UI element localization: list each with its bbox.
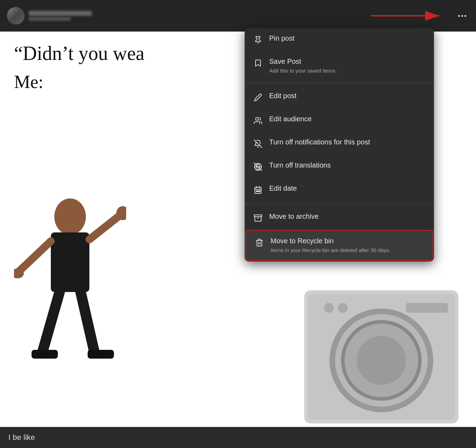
archive-icon bbox=[253, 213, 263, 223]
pencil-icon bbox=[253, 93, 263, 102]
menu-item-edit-post[interactable]: Edit post bbox=[245, 86, 434, 109]
menu-text-content: Move to archive bbox=[269, 212, 319, 220]
menu-item-pin-post[interactable]: Pin post bbox=[245, 28, 434, 51]
header-text bbox=[29, 11, 92, 21]
svg-line-22 bbox=[254, 140, 262, 148]
header-left bbox=[7, 7, 92, 25]
menu-text-content: Edit date bbox=[269, 184, 297, 192]
menu-divider bbox=[245, 203, 434, 203]
menu-item-turn-off-notifications[interactable]: Turn off notifications for this post bbox=[245, 132, 434, 155]
menu-label: Edit date bbox=[269, 184, 297, 192]
svg-rect-11 bbox=[88, 350, 114, 359]
svg-point-2 bbox=[54, 198, 86, 235]
menu-label: Edit post bbox=[269, 92, 297, 100]
svg-point-17 bbox=[324, 303, 334, 313]
pin-icon bbox=[253, 35, 263, 45]
bottom-text: I be like bbox=[8, 433, 35, 442]
menu-label: Edit audience bbox=[269, 115, 312, 123]
svg-line-8 bbox=[42, 292, 60, 353]
menu-divider bbox=[245, 82, 434, 82]
menu-text-content: Save PostAdd this to your saved items. bbox=[269, 57, 337, 74]
svg-rect-19 bbox=[406, 303, 448, 313]
bell-off-icon bbox=[253, 139, 263, 149]
bottom-bar: I be like bbox=[0, 427, 476, 448]
menu-text-content: Pin post bbox=[269, 34, 294, 42]
red-arrow-icon bbox=[371, 9, 448, 23]
avatar bbox=[7, 7, 25, 25]
svg-point-21 bbox=[256, 117, 258, 120]
svg-rect-30 bbox=[256, 191, 257, 192]
header-bar bbox=[0, 0, 476, 32]
header-right bbox=[371, 9, 469, 23]
more-options-button[interactable] bbox=[455, 9, 469, 23]
globe-off-icon bbox=[253, 162, 263, 172]
person-figure bbox=[14, 196, 126, 406]
menu-text-content: Edit post bbox=[269, 92, 297, 100]
menu-divider bbox=[245, 84, 434, 84]
svg-rect-31 bbox=[258, 191, 259, 192]
menu-label: Turn off translations bbox=[269, 161, 331, 169]
svg-point-16 bbox=[357, 336, 406, 385]
svg-rect-9 bbox=[32, 350, 58, 359]
dot3 bbox=[464, 15, 466, 17]
menu-label: Pin post bbox=[269, 34, 294, 42]
svg-rect-32 bbox=[259, 191, 260, 192]
menu-label: Move to archive bbox=[269, 212, 319, 220]
menu-item-move-to-recycle[interactable]: Move to Recycle binItems in your Recycle… bbox=[245, 230, 433, 261]
menu-divider bbox=[245, 204, 434, 205]
menu-item-turn-off-translations[interactable]: Turn off translations bbox=[245, 155, 434, 178]
menu-label: Turn off notifications for this post bbox=[269, 138, 370, 146]
menu-text-content: Turn off notifications for this post bbox=[269, 138, 370, 146]
people-icon bbox=[253, 116, 263, 125]
menu-label: Move to Recycle bin bbox=[271, 237, 390, 245]
trash-icon bbox=[254, 238, 264, 247]
svg-rect-3 bbox=[51, 232, 89, 292]
menu-item-move-to-archive[interactable]: Move to archive bbox=[245, 206, 434, 229]
menu-text-content: Move to Recycle binItems in your Recycle… bbox=[271, 237, 390, 254]
svg-rect-33 bbox=[254, 215, 262, 217]
menu-label: Save Post bbox=[269, 57, 337, 66]
menu-text-content: Edit audience bbox=[269, 115, 312, 123]
menu-item-edit-audience[interactable]: Edit audience bbox=[245, 109, 434, 132]
menu-sublabel: Items in your Recycle bin are deleted af… bbox=[271, 246, 390, 254]
menu-sublabel: Add this to your saved items. bbox=[269, 67, 337, 74]
washing-machine bbox=[301, 287, 476, 427]
username-blurred bbox=[29, 11, 92, 16]
svg-line-10 bbox=[81, 292, 95, 353]
dot2 bbox=[461, 15, 463, 17]
svg-line-4 bbox=[18, 241, 51, 273]
bookmark-icon bbox=[253, 58, 263, 68]
calendar-icon bbox=[253, 185, 263, 195]
subtext-blurred bbox=[29, 17, 71, 21]
dropdown-menu: Pin postSave PostAdd this to your saved … bbox=[245, 28, 434, 262]
svg-point-18 bbox=[338, 303, 348, 313]
menu-text-content: Turn off translations bbox=[269, 161, 331, 169]
dot1 bbox=[458, 15, 460, 17]
menu-item-save-post[interactable]: Save PostAdd this to your saved items. bbox=[245, 51, 434, 81]
menu-item-edit-date[interactable]: Edit date bbox=[245, 178, 434, 201]
